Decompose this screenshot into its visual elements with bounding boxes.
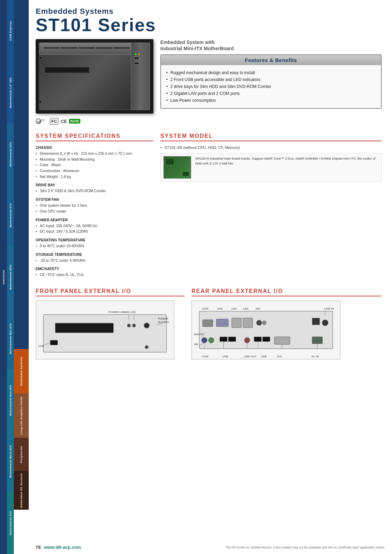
ce-cert: CE (61, 119, 67, 124)
sidebar: Industrial COM Express Motherboards 3.5"… (0, 0, 29, 554)
svg-point-6 (132, 324, 136, 327)
front-io-svg: POWER LED HDD LED POWER BUTTON USB (36, 301, 174, 359)
svg-rect-34 (262, 337, 270, 342)
spec-item: Color : Black (36, 162, 153, 168)
svg-rect-4 (55, 323, 114, 333)
sidebar-tab-motherboards-mini-dtx[interactable]: Motherboards Mini-DTX (7, 308, 14, 369)
model-detail-box: SR100-N industrial main board inside, Su… (160, 153, 382, 182)
svg-text:VGA: VGA (217, 307, 223, 310)
top-section: ul US FC CE RoHS Embedded System with In… (36, 39, 382, 126)
svg-text:US: US (41, 119, 45, 121)
spec-item: -20 to 70°C under 5-95%RH (36, 258, 153, 263)
sidebar-tab-long-life[interactable]: Long Life Graphics Cards (14, 393, 29, 438)
sidebar-tab-industrial[interactable]: Industrial (0, 0, 7, 554)
sidebar-tab-motherboards-atx[interactable]: Motherboards ATX (7, 492, 14, 554)
svg-point-7 (144, 323, 150, 328)
website-url: www.dfi-acp.com (44, 545, 81, 550)
svg-rect-30 (220, 337, 228, 342)
rear-io-panel: REAR PANEL EXTERNAL I/O (191, 288, 382, 359)
page-number: 78 (36, 545, 41, 550)
sidebar-tab-motherboards-ecx[interactable]: Motherboards ECX (7, 123, 14, 185)
svg-rect-22 (232, 318, 241, 328)
spec-group-list: Dimensions (L x W x H) : 219 mm x 226.3 … (36, 151, 153, 179)
page-header: Embedded Systems ST101 Series (36, 7, 382, 34)
feature-item: Low-Power consumption (166, 97, 376, 104)
front-io-panel: FRONT PANEL EXTERNAL I/O (36, 288, 185, 359)
spec-group-title: EMC/SAFETY (36, 267, 153, 271)
fc-cert: FC (50, 118, 59, 125)
features-list: Rugged mechanical design and easy to ins… (166, 69, 376, 104)
svg-text:MIC: MIC (256, 307, 261, 310)
spec-group: OPERATING TEMPERATURE0 to 45°C under 10-… (36, 238, 153, 249)
spec-item: DC Input: 19V / 6.32A (120W) (36, 229, 153, 234)
rear-io-svg: COM VGA LAN LAN MIC LINE IN MOUSE KB COM… (191, 301, 340, 359)
spec-item: AC Input: 100-240V~; 2A, 50/60 Hz; (36, 223, 153, 229)
spec-item: 0 to 45°C under 10-90%RH (36, 243, 153, 249)
board-description: SR100-N industrial main board inside, Su… (195, 156, 378, 179)
spec-group-title: POWER ADAPTER (36, 218, 153, 222)
svg-rect-31 (228, 337, 236, 342)
ul-cert-logo: ul US (36, 116, 48, 126)
sidebar-tab-peripherals[interactable]: Peripherals (14, 438, 29, 471)
feature-item: 2 Front USB ports accessible and LED ind… (166, 76, 376, 83)
spec-group-list: One system blower for 2 fansOne CPU cool… (36, 203, 153, 214)
spec-group-list: 0 to 45°C under 10-90%RH (36, 243, 153, 249)
svg-text:HDD LED: HDD LED (124, 311, 136, 314)
spec-item: One CPU cooler (36, 208, 153, 214)
system-subtitle: Embedded System with Industrial Mini-ITX… (160, 39, 382, 52)
spec-group-list: CE / FCC class B, UL, CUL (36, 272, 153, 278)
sidebar-tab-embedded-systems[interactable]: Embedded Systems (14, 349, 29, 393)
feature-item: Rugged mechanical design and easy to ins… (166, 69, 376, 76)
sidebar-tab-motherboards-epic[interactable]: Motherboards EPIC (7, 246, 14, 308)
spec-item: Dimensions (L x W x H) : 219 mm x 226.3 … (36, 151, 153, 157)
sidebar-tab-motherboards-35[interactable]: Motherboards 3.5" SBC (7, 62, 14, 123)
spec-item: CE / FCC class B, UL, CUL (36, 272, 153, 278)
svg-text:USB: USB (222, 355, 228, 358)
svg-text:LAN: LAN (231, 307, 237, 310)
sidebar-tab-motherboards-micro-atx[interactable]: Motherboards Micro-ATX (7, 431, 14, 492)
svg-text:MOUSE: MOUSE (194, 333, 204, 336)
sidebar-tab-motherboards-mini-htx[interactable]: Motherboards Mini-HTX (7, 369, 14, 431)
spec-group-title: CHASSIS (36, 145, 153, 150)
svg-text:LINE IN: LINE IN (324, 307, 334, 310)
svg-text:USB: USB (261, 355, 266, 358)
rohs-cert: RoHS (69, 119, 80, 124)
specs-groups: CHASSISDimensions (L x W x H) : 219 mm x… (36, 145, 153, 278)
specs-area: SYSTEM SPECIFICATIONS CHASSISDimensions … (36, 133, 153, 281)
spec-group-list: Slim 2.5" HDD & Slim DVD-ROM Combo (36, 188, 153, 194)
svg-text:COM: COM (202, 355, 208, 358)
footer-note: The DFI is the UL certified factory. A f… (84, 546, 385, 549)
svg-point-29 (208, 338, 214, 343)
sidebar-tab-os-services[interactable]: Embedded OS Services (14, 471, 29, 510)
svg-rect-36 (312, 337, 322, 344)
svg-text:BUTTON: BUTTON (158, 321, 169, 324)
feature-item: 2 drive bays for Slim HDD and Slim DVD-R… (166, 83, 376, 90)
spec-group-title: STORAGE TEMPERATURE (36, 252, 153, 257)
svg-text:LINE OUT: LINE OUT (244, 355, 257, 358)
svg-text:DVI: DVI (277, 355, 282, 358)
svg-text:ul: ul (37, 119, 41, 124)
spec-group-list: -20 to 70°C under 5-95%RH (36, 258, 153, 263)
spec-group: DRIVE BAYSlim 2.5" HDD & Slim DVD-ROM Co… (36, 183, 153, 194)
spec-group-title: SYSTEM FAN (36, 197, 153, 202)
svg-rect-26 (312, 318, 320, 325)
svg-text:POWER: POWER (158, 317, 168, 320)
svg-point-25 (262, 321, 266, 325)
svg-point-5 (127, 324, 131, 327)
svg-point-28 (202, 338, 207, 343)
spec-group: CHASSISDimensions (L x W x H) : 219 mm x… (36, 145, 153, 179)
svg-rect-35 (275, 337, 290, 345)
front-io-diagram: POWER LED HDD LED POWER BUTTON USB (36, 301, 174, 359)
sidebar-tab-com-express[interactable]: COM Express (7, 0, 14, 62)
svg-point-9 (145, 345, 149, 349)
svg-rect-21 (216, 319, 229, 327)
svg-text:LAN: LAN (243, 307, 249, 310)
spec-item: Slim 2.5" HDD & Slim DVD-ROM Combo (36, 188, 153, 194)
spec-group-title: OPERATING TEMPERATURE (36, 238, 153, 242)
spec-item: Net Weight : 1.8 kg (36, 174, 153, 180)
sidebar-tab-motherboards-etx[interactable]: Motherboards ETX (7, 185, 14, 246)
svg-text:DC IN: DC IN (311, 355, 319, 358)
certifications-row: ul US FC CE RoHS (36, 116, 153, 126)
spec-group: STORAGE TEMPERATURE-20 to 70°C under 5-9… (36, 252, 153, 263)
middle-section: SYSTEM SPECIFICATIONS CHASSISDimensions … (36, 133, 382, 281)
